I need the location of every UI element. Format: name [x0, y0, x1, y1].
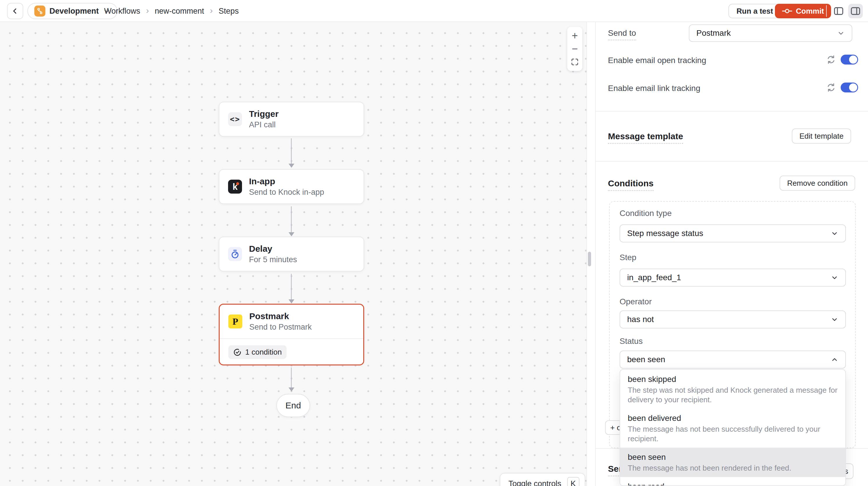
panel-right-icon [850, 5, 861, 17]
operator-label: Operator [620, 297, 652, 306]
chevron-down-icon [837, 29, 845, 37]
status-dropdown-menu: been skipped The step was not skipped an… [620, 369, 846, 486]
breadcrumb-separator-icon: › [210, 5, 213, 15]
operator-value: has not [627, 315, 654, 324]
zoom-out-button[interactable]: − [568, 43, 581, 55]
node-in-app[interactable]: k In-app Send to Knock in-app [219, 169, 364, 204]
breadcrumb-separator-icon: › [146, 5, 149, 15]
commit-label: Commit [796, 7, 824, 16]
node-trigger[interactable]: <> Trigger API call [219, 102, 364, 137]
timer-icon [228, 247, 242, 261]
chevron-up-icon [831, 356, 838, 363]
message-template-heading: Message template [608, 131, 683, 144]
option-description: The message has not been successfully de… [628, 424, 838, 444]
arrowhead-icon [288, 232, 294, 236]
option-label: been delivered [628, 413, 838, 424]
toggle-left-panel-button[interactable] [831, 4, 846, 18]
commit-icon [782, 7, 793, 14]
open-tracking-toggle[interactable] [841, 55, 858, 65]
step-value: in_app_feed_1 [627, 273, 681, 282]
chevron-left-icon [11, 7, 20, 15]
fit-view-icon [570, 58, 579, 66]
node-subtitle: API call [249, 120, 279, 129]
condition-type-label: Condition type [620, 209, 672, 218]
panel-left-icon [833, 5, 844, 17]
edge-connector [291, 206, 292, 232]
knock-icon: k [228, 180, 242, 194]
arrowhead-icon [288, 164, 294, 168]
status-option-been-skipped[interactable]: been skipped The step was not skipped an… [620, 370, 845, 409]
condition-type-value: Step message status [627, 229, 703, 238]
link-tracking-toggle[interactable] [841, 83, 858, 92]
environment-label: Development [50, 7, 99, 16]
breadcrumb-workflows[interactable]: Workflows [104, 7, 140, 16]
keyboard-shortcut-key: K [567, 477, 580, 486]
workflow-canvas[interactable]: + − <> Trigger API call k In-app Send to… [0, 22, 587, 486]
sync-icon[interactable] [826, 55, 836, 65]
edge-connector [291, 274, 292, 300]
status-label: Status [620, 336, 643, 346]
commit-button[interactable]: Commit [775, 4, 831, 18]
node-title: In-app [249, 176, 324, 186]
check-circle-icon [233, 348, 242, 357]
node-delay[interactable]: Delay For 5 minutes [219, 237, 364, 271]
chevron-down-icon [831, 316, 838, 323]
node-subtitle: Send to Postmark [249, 323, 312, 332]
send-to-label: Send to [608, 29, 636, 40]
node-postmark[interactable]: P Postmark Send to Postmark 1 condition [219, 304, 364, 365]
topbar-divider [826, 5, 827, 17]
status-option-been-delivered[interactable]: been delivered The message has not been … [620, 409, 845, 448]
operator-select[interactable]: has not [620, 311, 846, 328]
condition-badge-label: 1 condition [245, 348, 282, 357]
condition-type-select[interactable]: Step message status [620, 224, 846, 242]
section-divider [596, 111, 868, 111]
toggle-controls-hint[interactable]: Toggle controls K [500, 473, 585, 486]
toggle-knob [849, 56, 857, 64]
back-button[interactable] [7, 3, 23, 19]
node-divider [220, 338, 363, 339]
option-label: been read [628, 481, 838, 486]
chevron-down-icon [831, 230, 838, 237]
node-subtitle: Send to Knock in-app [249, 188, 324, 197]
breadcrumb-steps[interactable]: Steps [219, 7, 239, 16]
open-tracking-label: Enable email open tracking [608, 56, 706, 65]
edge-connector [291, 367, 292, 388]
panel-resize-handle[interactable] [588, 252, 591, 266]
status-option-been-seen[interactable]: been seen The message has not been rende… [620, 448, 845, 477]
edge-connector [291, 138, 292, 164]
canvas-zoom-controls: + − [567, 27, 582, 71]
node-subtitle: For 5 minutes [249, 255, 297, 264]
option-description: The step was not skipped and Knock gener… [628, 385, 838, 404]
condition-count-badge: 1 condition [228, 345, 286, 359]
step-settings-panel: Send to Postmark Enable email open track… [595, 22, 868, 486]
toggle-right-panel-button[interactable] [848, 4, 863, 18]
step-label: Step [620, 253, 637, 262]
node-end[interactable]: End [276, 394, 310, 417]
send-to-select[interactable]: Postmark [689, 24, 852, 42]
remove-condition-button[interactable]: Remove condition [780, 175, 855, 191]
option-label: been skipped [628, 374, 838, 385]
arrowhead-icon [288, 387, 294, 392]
step-select[interactable]: in_app_feed_1 [620, 268, 846, 287]
top-bar: Development Workflows › new-comment › St… [0, 0, 868, 22]
edit-template-button[interactable]: Edit template [792, 128, 851, 143]
workflow-icon [34, 5, 45, 17]
conditions-heading: Conditions [608, 179, 654, 191]
breadcrumb-workflow-name[interactable]: new-comment [155, 7, 204, 16]
status-combobox[interactable]: been seen [620, 351, 846, 368]
option-label: been seen [628, 452, 838, 463]
fit-view-button[interactable] [568, 56, 581, 68]
option-description: The message has not been rendered in the… [628, 463, 838, 473]
chevron-down-icon [831, 274, 838, 281]
zoom-in-button[interactable]: + [568, 30, 581, 42]
send-to-value: Postmark [696, 29, 731, 38]
status-option-been-read[interactable]: been read [620, 477, 845, 486]
sync-icon[interactable] [826, 83, 836, 92]
status-value: been seen [627, 355, 665, 364]
postmark-icon: P [228, 315, 242, 328]
arrowhead-icon [288, 299, 294, 303]
breadcrumb: Workflows › new-comment › Steps [104, 0, 239, 22]
section-divider [596, 161, 868, 162]
node-title: Delay [249, 244, 297, 254]
run-a-test-button[interactable]: Run a test [728, 4, 781, 18]
